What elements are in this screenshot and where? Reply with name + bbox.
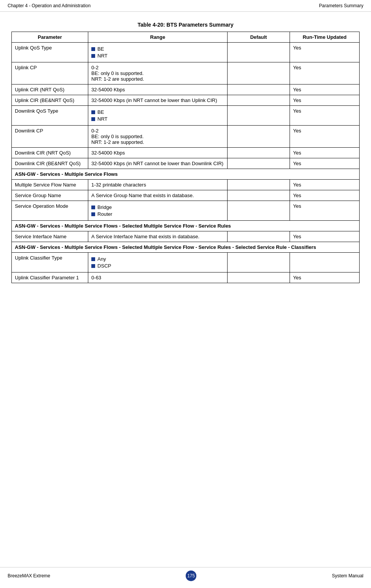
range-text: A Service Interface Name that exists in … xyxy=(91,234,199,239)
table-row-param: Uplink CP xyxy=(12,62,88,84)
bullet-label: NRT xyxy=(97,53,107,59)
table-row-range: 0-2BE: only 0 is supported.NRT: 1-2 are … xyxy=(88,126,228,148)
range-text: 1-32 printable characters xyxy=(91,182,146,188)
table-row-param: Uplink Classifier Parameter 1 xyxy=(12,272,88,283)
table-row-runtime: Yes xyxy=(290,106,360,126)
table-row-runtime: Yes xyxy=(290,180,360,190)
table-row-runtime xyxy=(290,253,360,272)
table-row-runtime: Yes xyxy=(290,190,360,201)
table-row-default xyxy=(227,62,290,84)
table-row-param: Downlink CIR (NRT QoS) xyxy=(12,148,88,158)
bullet-label: Bridge xyxy=(97,204,112,210)
table-row-param: Downlink CP xyxy=(12,126,88,148)
bullet-label: NRT xyxy=(97,116,107,122)
range-text: BE: only 0 is supported. xyxy=(91,134,143,139)
table-row-default xyxy=(227,201,290,221)
range-text: 32-54000 Kbps xyxy=(91,150,125,156)
table-row-default xyxy=(227,126,290,148)
table-row-runtime: Yes xyxy=(290,148,360,158)
table-row-param: Uplink QoS Type xyxy=(12,43,88,62)
table-row-range: A Service Group Name that exists in data… xyxy=(88,190,228,201)
table-row-default xyxy=(227,106,290,126)
table-row-range: A Service Interface Name that exists in … xyxy=(88,231,228,242)
section-header-row: ASN-GW - Services - Multiple Service Flo… xyxy=(12,169,360,180)
table-row-default xyxy=(227,43,290,62)
col-header-param: Parameter xyxy=(12,32,88,43)
table-row-default xyxy=(227,253,290,272)
bullet-item: Router xyxy=(91,211,224,217)
table-row-runtime: Yes xyxy=(290,62,360,84)
range-text: NRT: 1-2 are supported. xyxy=(91,139,144,145)
table-row-range: 0-2BE: only 0 is supported.NRT: 1-2 are … xyxy=(88,62,228,84)
col-header-default: Default xyxy=(227,32,290,43)
section-header-row: ASN-GW - Services - Multiple Service Flo… xyxy=(12,242,360,253)
table-row-runtime: Yes xyxy=(290,158,360,169)
table-row-default xyxy=(227,84,290,95)
table-row-default xyxy=(227,231,290,242)
bullet-label: DSCP xyxy=(97,263,111,269)
bullet-square-icon xyxy=(91,54,95,58)
bullet-square-icon xyxy=(91,264,95,268)
bullet-item: BE xyxy=(91,46,224,52)
table-row-runtime: Yes xyxy=(290,201,360,221)
section-header-row: ASN-GW - Services - Multiple Service Flo… xyxy=(12,221,360,231)
bullet-label: BE xyxy=(97,109,104,115)
table-row-param: Uplink CIR (NRT QoS) xyxy=(12,84,88,95)
page-header: Chapter 4 - Operation and Administration… xyxy=(0,0,371,12)
bullet-square-icon xyxy=(91,206,95,209)
table-row-range: 32-54000 Kbps (in NRT cannot be lower th… xyxy=(88,95,228,106)
table-row-param: Service Interface Name xyxy=(12,231,88,242)
bts-parameters-table: Parameter Range Default Run-Time Updated… xyxy=(11,32,360,283)
table-row-range: 32-54000 Kbps xyxy=(88,148,228,158)
table-row-runtime: Yes xyxy=(290,43,360,62)
bullet-label: BE xyxy=(97,46,104,52)
header-right: Parameters Summary xyxy=(319,3,363,8)
page-footer: BreezeMAX Extreme 175 System Manual xyxy=(0,567,371,584)
col-header-runtime: Run-Time Updated xyxy=(290,32,360,43)
bullet-square-icon xyxy=(91,117,95,121)
bullet-item: BE xyxy=(91,109,224,115)
table-row-range: 32-54000 Kbps xyxy=(88,84,228,95)
range-text: 0-2 xyxy=(91,65,99,70)
range-text: 32-54000 Kbps xyxy=(91,87,125,92)
table-row-range: 1-32 printable characters xyxy=(88,180,228,190)
table-title: Table 4-20: BTS Parameters Summary xyxy=(11,22,360,28)
table-row-default xyxy=(227,158,290,169)
table-row-range: BENRT xyxy=(88,106,228,126)
range-text: 0-63 xyxy=(91,275,101,280)
bullet-item: Any xyxy=(91,256,224,262)
table-row-range: 32-54000 Kbps (in NRT cannot be lower th… xyxy=(88,158,228,169)
bullet-square-icon xyxy=(91,110,95,114)
bullet-label: Router xyxy=(97,211,112,217)
footer-right: System Manual xyxy=(332,573,363,578)
bullet-square-icon xyxy=(91,47,95,51)
range-text: BE: only 0 is supported. xyxy=(91,70,143,76)
range-text: 32-54000 Kbps (in NRT cannot be lower th… xyxy=(91,97,217,103)
bullet-item: NRT xyxy=(91,116,224,122)
table-row-runtime: Yes xyxy=(290,95,360,106)
table-row-param: Downlink CIR (BE&NRT QoS) xyxy=(12,158,88,169)
bullet-item: DSCP xyxy=(91,263,224,269)
bullet-label: Any xyxy=(97,256,106,262)
table-row-range: 0-63 xyxy=(88,272,228,283)
table-row-default xyxy=(227,148,290,158)
table-row-param: Downlink QoS Type xyxy=(12,106,88,126)
footer-left: BreezeMAX Extreme xyxy=(8,573,50,578)
table-row-default xyxy=(227,180,290,190)
table-row-default xyxy=(227,272,290,283)
range-text: 0-2 xyxy=(91,128,99,134)
table-row-param: Multiple Service Flow Name xyxy=(12,180,88,190)
table-row-default xyxy=(227,190,290,201)
table-row-range: AnyDSCP xyxy=(88,253,228,272)
bullet-square-icon xyxy=(91,212,95,216)
range-text: NRT: 1-2 are supported. xyxy=(91,76,144,82)
table-row-default xyxy=(227,95,290,106)
table-row-runtime: Yes xyxy=(290,126,360,148)
table-row-runtime: Yes xyxy=(290,272,360,283)
bullet-square-icon xyxy=(91,257,95,261)
header-left: Chapter 4 - Operation and Administration xyxy=(8,3,91,8)
range-text: 32-54000 Kbps (in NRT cannot be lower th… xyxy=(91,161,223,166)
range-text: A Service Group Name that exists in data… xyxy=(91,193,194,198)
table-row-range: BENRT xyxy=(88,43,228,62)
table-row-param: Uplink CIR (BE&NRT QoS) xyxy=(12,95,88,106)
